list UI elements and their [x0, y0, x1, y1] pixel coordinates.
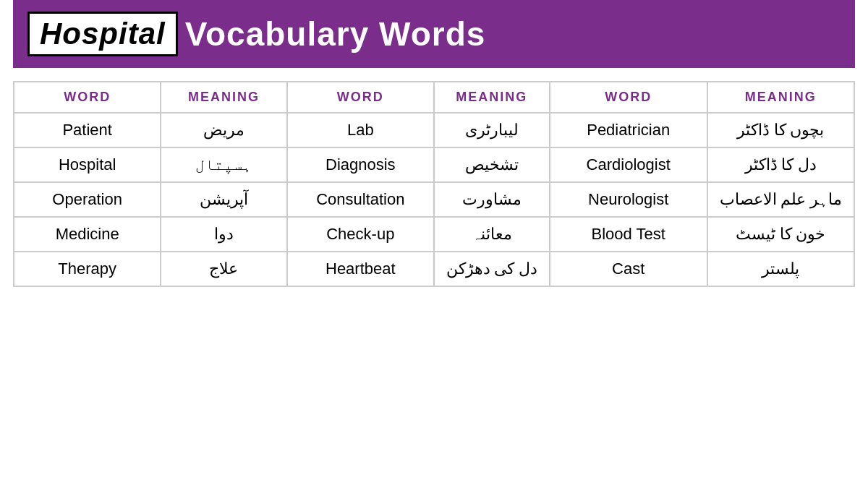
cell-word1-2: Operation — [14, 182, 161, 217]
cell-word3-1: Cardiologist — [550, 147, 707, 182]
cell-meaning3-2: ماہر علم الاعصاب — [707, 182, 854, 217]
col-header-word3: WORD — [550, 82, 707, 113]
cell-word2-4: Heartbeat — [287, 252, 434, 286]
vocabulary-table: WORD MEANING WORD MEANING WORD MEANING P… — [13, 81, 855, 287]
col-header-meaning3: MEANING — [707, 82, 854, 113]
cell-word3-3: Blood Test — [550, 217, 707, 252]
cell-word3-2: Neurologist — [550, 182, 707, 217]
table-row: PatientمریضLabلیبارٹریPediatricianبچوں ک… — [14, 113, 854, 147]
cell-meaning1-3: دوا — [161, 217, 286, 252]
cell-word1-0: Patient — [14, 113, 161, 147]
cell-meaning3-1: دل کا ڈاکٹر — [707, 147, 854, 182]
header-hospital-word: Hospital — [27, 12, 178, 56]
cell-meaning1-0: مریض — [161, 113, 286, 147]
table-row: HospitalہسپتالDiagnosisتشخیصCardiologist… — [14, 147, 854, 182]
table-header-row: WORD MEANING WORD MEANING WORD MEANING — [14, 82, 854, 113]
cell-word2-0: Lab — [287, 113, 434, 147]
cell-word1-1: Hospital — [14, 147, 161, 182]
cell-meaning1-1: ہسپتال — [161, 147, 286, 182]
cell-meaning2-4: دل کی دھڑکن — [434, 252, 550, 286]
cell-word3-4: Cast — [550, 252, 707, 286]
cell-word2-1: Diagnosis — [287, 147, 434, 182]
cell-meaning3-0: بچوں کا ڈاکٹر — [707, 113, 854, 147]
col-header-meaning1: MEANING — [161, 82, 286, 113]
table-row: TherapyعلاجHeartbeatدل کی دھڑکنCastپلستر — [14, 252, 854, 286]
table-row: OperationآپریشنConsultationمشاورتNeurolo… — [14, 182, 854, 217]
cell-meaning1-2: آپریشن — [161, 182, 286, 217]
cell-word3-0: Pediatrician — [550, 113, 707, 147]
cell-meaning2-0: لیبارٹری — [434, 113, 550, 147]
cell-word2-2: Consultation — [287, 182, 434, 217]
col-header-word2: WORD — [287, 82, 434, 113]
cell-meaning3-4: پلستر — [707, 252, 854, 286]
cell-meaning2-3: معائنہ — [434, 217, 550, 252]
cell-word2-3: Check-up — [287, 217, 434, 252]
header-rest-title: Vocabulary Words — [185, 14, 486, 53]
cell-meaning3-3: خون کا ٹیسٹ — [707, 217, 854, 252]
table-row: MedicineدواCheck-upمعائنہBlood Testخون ک… — [14, 217, 854, 252]
cell-word1-4: Therapy — [14, 252, 161, 286]
header-bar: Hospital Vocabulary Words — [13, 0, 855, 68]
col-header-meaning2: MEANING — [434, 82, 550, 113]
cell-meaning2-2: مشاورت — [434, 182, 550, 217]
page-wrapper: Hospital Vocabulary Words WORD MEANING W… — [0, 0, 868, 488]
col-header-word1: WORD — [14, 82, 161, 113]
cell-word1-3: Medicine — [14, 217, 161, 252]
cell-meaning2-1: تشخیص — [434, 147, 550, 182]
cell-meaning1-4: علاج — [161, 252, 286, 286]
